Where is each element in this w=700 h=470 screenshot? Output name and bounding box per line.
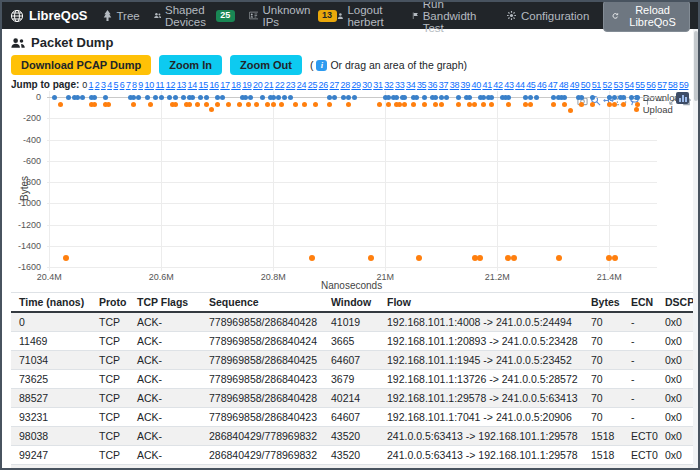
page-link-36[interactable]: 36 [428, 80, 437, 90]
page-link-7[interactable]: 7 [126, 80, 131, 90]
page-link-31[interactable]: 31 [373, 80, 382, 90]
upload-data-point [187, 102, 192, 107]
page-link-47[interactable]: 47 [548, 80, 557, 90]
page-link-18[interactable]: 18 [231, 80, 240, 90]
page-link-44[interactable]: 44 [515, 80, 524, 90]
page-link-39[interactable]: 39 [461, 80, 470, 90]
page-link-22[interactable]: 22 [275, 80, 284, 90]
nav-item-tree[interactable]: Tree [102, 10, 140, 22]
scrollbar-thumb[interactable] [694, 31, 698, 101]
download-data-point [607, 95, 612, 100]
page-link-15[interactable]: 15 [198, 80, 207, 90]
table-cell: TCP [95, 370, 133, 389]
plotly-logo-icon[interactable] [676, 92, 689, 104]
nav-item-shaped-devices[interactable]: Shaped Devices 25 [154, 4, 235, 28]
upload-data-point [506, 102, 511, 107]
scrollbar[interactable] [693, 29, 698, 470]
nav-item-run-bandwidth-test[interactable]: Run Bandwidth Test [412, 0, 492, 34]
page-link-55[interactable]: 55 [635, 80, 644, 90]
page-link-12[interactable]: 12 [166, 80, 175, 90]
upload-data-point [528, 102, 533, 107]
legend-item-upload[interactable]: Upload [634, 103, 685, 115]
page-link-42[interactable]: 42 [493, 80, 502, 90]
page-link-37[interactable]: 37 [439, 80, 448, 90]
page-link-58[interactable]: 58 [668, 80, 677, 90]
download-data-point [103, 95, 108, 100]
page-link-23[interactable]: 23 [286, 80, 295, 90]
page-link-57[interactable]: 57 [657, 80, 666, 90]
y-gridline [47, 182, 657, 183]
page-link-32[interactable]: 32 [384, 80, 393, 90]
reload-libreqos-button[interactable]: Reload LibreQoS [603, 0, 690, 32]
page-link-17[interactable]: 17 [220, 80, 229, 90]
page-link-48[interactable]: 48 [559, 80, 568, 90]
nav-item-unknown-ips[interactable]: Unknown IPs 13 [249, 4, 337, 28]
table-cell: 70 [587, 332, 627, 351]
table-cell: 286840429/778969832 [205, 446, 327, 465]
page-link-41[interactable]: 41 [482, 80, 491, 90]
page-link-4[interactable]: 4 [107, 80, 112, 90]
page-link-26[interactable]: 26 [319, 80, 328, 90]
page-link-52[interactable]: 52 [603, 80, 612, 90]
zoom-in-button[interactable]: Zoom In [159, 55, 222, 75]
page-link-21[interactable]: 21 [264, 80, 273, 90]
drag-hint: ( i Or drag an area of the graph) [310, 59, 467, 71]
page-link-25[interactable]: 25 [308, 80, 317, 90]
page-link-16[interactable]: 16 [209, 80, 218, 90]
page-link-11[interactable]: 11 [155, 80, 164, 90]
page-link-1[interactable]: 1 [89, 80, 94, 90]
zoom-out-button[interactable]: Zoom Out [230, 55, 302, 75]
page-link-49[interactable]: 49 [570, 80, 579, 90]
table-cell: 70 [587, 312, 627, 332]
page-link-45[interactable]: 45 [526, 80, 535, 90]
table-cell: ACK- [133, 446, 205, 465]
upload-data-point [556, 255, 562, 261]
page-link-50[interactable]: 50 [581, 80, 590, 90]
page-link-53[interactable]: 53 [614, 80, 623, 90]
page-link-51[interactable]: 51 [592, 80, 601, 90]
page-link-40[interactable]: 40 [472, 80, 481, 90]
download-data-point [402, 95, 407, 100]
download-data-point [414, 95, 419, 100]
page-link-8[interactable]: 8 [132, 80, 137, 90]
page-link-9[interactable]: 9 [138, 80, 143, 90]
page-link-59[interactable]: 59 [679, 80, 688, 90]
page-link-14[interactable]: 14 [188, 80, 197, 90]
column-header: Proto [95, 293, 133, 313]
table-cell: - [627, 332, 661, 351]
download-pcap-button[interactable]: Download PCAP Dump [11, 55, 151, 75]
page-link-24[interactable]: 24 [297, 80, 306, 90]
page-link-33[interactable]: 33 [395, 80, 404, 90]
page-link-46[interactable]: 46 [537, 80, 546, 90]
page-link-56[interactable]: 56 [646, 80, 655, 90]
page-link-54[interactable]: 54 [624, 80, 633, 90]
nav-item-label: Tree [117, 10, 140, 22]
page-link-29[interactable]: 29 [351, 80, 360, 90]
page-link-35[interactable]: 35 [417, 80, 426, 90]
y-gridline [47, 161, 657, 162]
page-link-19[interactable]: 19 [242, 80, 251, 90]
packet-scatter-chart[interactable]: Bytes Nanoseconds Download Upload 20.4M2… [11, 91, 689, 291]
page-link-28[interactable]: 28 [340, 80, 349, 90]
download-data-point [220, 95, 225, 100]
page-link-20[interactable]: 20 [253, 80, 262, 90]
brand[interactable]: LibreQoS [10, 8, 88, 23]
table-cell: 3665 [327, 332, 383, 351]
x-tick-label: 20.8M [253, 272, 293, 282]
page-link-38[interactable]: 38 [450, 80, 459, 90]
page-link-3[interactable]: 3 [101, 80, 106, 90]
page-link-30[interactable]: 30 [362, 80, 371, 90]
page-link-43[interactable]: 43 [504, 80, 513, 90]
page-link-34[interactable]: 34 [406, 80, 415, 90]
table-cell: 40214 [327, 389, 383, 408]
nav-item-logout[interactable]: Logout herbert [337, 4, 398, 28]
table-row: 88527TCPACK-778969858/28684042840214192.… [11, 389, 700, 408]
table-cell: 192.168.101.1:7041 -> 241.0.0.5:20906 [383, 408, 587, 427]
page-link-2[interactable]: 2 [95, 80, 100, 90]
page-link-13[interactable]: 13 [177, 80, 186, 90]
page-link-6[interactable]: 6 [120, 80, 125, 90]
page-link-5[interactable]: 5 [113, 80, 118, 90]
page-link-27[interactable]: 27 [330, 80, 339, 90]
nav-item-configuration[interactable]: Configuration [506, 10, 589, 22]
page-link-10[interactable]: 10 [145, 80, 154, 90]
